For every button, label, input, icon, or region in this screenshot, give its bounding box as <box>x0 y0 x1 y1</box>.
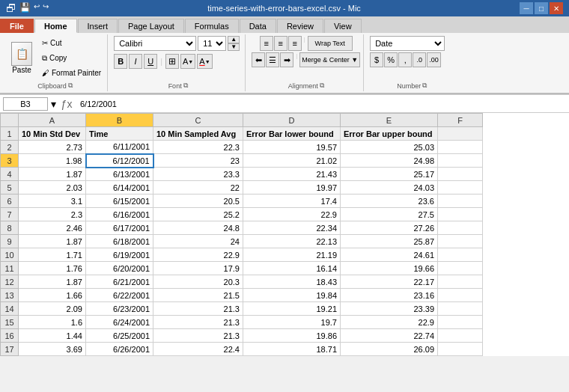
row-header-7[interactable]: 7 <box>1 208 19 221</box>
cell-f6[interactable] <box>438 195 483 208</box>
currency-button[interactable]: $ <box>370 52 383 67</box>
cell-a3[interactable]: 1.98 <box>19 154 86 168</box>
cell-d5[interactable]: 19.97 <box>243 181 341 195</box>
cell-d14[interactable]: 19.21 <box>243 302 341 316</box>
cell-e12[interactable]: 22.17 <box>341 275 438 289</box>
cell-d1[interactable]: Error Bar lower bound <box>243 127 341 141</box>
cell-c5[interactable]: 22 <box>153 181 243 195</box>
row-header-5[interactable]: 5 <box>1 181 19 195</box>
col-header-b[interactable]: B <box>86 114 153 127</box>
cell-a16[interactable]: 1.44 <box>19 329 86 343</box>
cell-b9[interactable]: 6/18/2001 <box>86 235 153 248</box>
cell-f9[interactable] <box>438 235 483 248</box>
cell-d3[interactable]: 21.02 <box>243 154 341 168</box>
cell-a8[interactable]: 2.46 <box>19 221 86 235</box>
col-header-d[interactable]: D <box>243 114 341 127</box>
cell-e11[interactable]: 19.66 <box>341 262 438 275</box>
bold-button[interactable]: B <box>114 54 127 69</box>
row-header-13[interactable]: 13 <box>1 289 19 302</box>
cell-c12[interactable]: 20.3 <box>153 275 243 289</box>
cell-d7[interactable]: 22.9 <box>243 208 341 221</box>
col-header-f[interactable]: F <box>438 114 483 127</box>
cell-f16[interactable] <box>438 329 483 343</box>
cell-b10[interactable]: 6/19/2001 <box>86 248 153 262</box>
cell-e1[interactable]: Error Bar upper bound <box>341 127 438 141</box>
cell-d13[interactable]: 19.84 <box>243 289 341 302</box>
cell-b12[interactable]: 6/21/2001 <box>86 275 153 289</box>
cell-b13[interactable]: 6/22/2001 <box>86 289 153 302</box>
close-button[interactable]: ✕ <box>550 2 563 14</box>
cell-d11[interactable]: 16.14 <box>243 262 341 275</box>
cell-b14[interactable]: 6/23/2001 <box>86 302 153 316</box>
cell-e2[interactable]: 25.03 <box>341 141 438 154</box>
cell-f17[interactable] <box>438 343 483 356</box>
cell-e10[interactable]: 24.61 <box>341 248 438 262</box>
tab-data[interactable]: Data <box>240 19 276 33</box>
row-header-6[interactable]: 6 <box>1 195 19 208</box>
alignment-expand-icon[interactable]: ⧉ <box>320 82 324 90</box>
cell-c10[interactable]: 22.9 <box>153 248 243 262</box>
cell-f5[interactable] <box>438 181 483 195</box>
underline-button[interactable]: U <box>144 54 157 69</box>
cell-c9[interactable]: 24 <box>153 235 243 248</box>
comma-button[interactable]: , <box>398 52 412 67</box>
cell-a1[interactable]: 10 Min Std Dev <box>19 127 86 141</box>
tab-insert[interactable]: Insert <box>78 19 118 33</box>
tab-page-layout[interactable]: Page Layout <box>118 19 184 33</box>
row-header-16[interactable]: 16 <box>1 329 19 343</box>
cell-f12[interactable] <box>438 275 483 289</box>
cell-a11[interactable]: 1.76 <box>19 262 86 275</box>
cell-c8[interactable]: 24.8 <box>153 221 243 235</box>
cell-b8[interactable]: 6/17/2001 <box>86 221 153 235</box>
row-header-4[interactable]: 4 <box>1 168 19 181</box>
cell-d2[interactable]: 19.57 <box>243 141 341 154</box>
align-center-button[interactable]: ☰ <box>266 52 279 67</box>
cell-b7[interactable]: 6/16/2001 <box>86 208 153 221</box>
cell-a10[interactable]: 1.71 <box>19 248 86 262</box>
cell-c14[interactable]: 21.3 <box>153 302 243 316</box>
border-button[interactable]: ⊞ <box>165 54 179 69</box>
tab-file[interactable]: File <box>0 19 34 33</box>
cell-f11[interactable] <box>438 262 483 275</box>
row-header-12[interactable]: 12 <box>1 275 19 289</box>
cell-f8[interactable] <box>438 221 483 235</box>
cell-b11[interactable]: 6/20/2001 <box>86 262 153 275</box>
wrap-text-button[interactable]: Wrap Text <box>308 36 353 51</box>
row-header-14[interactable]: 14 <box>1 302 19 316</box>
cell-c17[interactable]: 22.4 <box>153 343 243 356</box>
col-header-c[interactable]: C <box>153 114 243 127</box>
row-header-17[interactable]: 17 <box>1 343 19 356</box>
increase-font-button[interactable]: ▲ <box>228 36 240 43</box>
cell-f14[interactable] <box>438 302 483 316</box>
cell-e16[interactable]: 22.74 <box>341 329 438 343</box>
cell-a9[interactable]: 1.87 <box>19 235 86 248</box>
decrease-font-button[interactable]: ▼ <box>228 43 240 51</box>
number-expand-icon[interactable]: ⧉ <box>422 82 427 90</box>
row-header-8[interactable]: 8 <box>1 221 19 235</box>
cell-reference-input[interactable]: B3 <box>3 97 48 111</box>
cell-f13[interactable] <box>438 289 483 302</box>
format-painter-button[interactable]: 🖌 Format Painter <box>39 67 104 79</box>
cell-b6[interactable]: 6/15/2001 <box>86 195 153 208</box>
cell-d4[interactable]: 21.43 <box>243 168 341 181</box>
cell-f10[interactable] <box>438 248 483 262</box>
row-header-3[interactable]: 3 <box>1 154 19 168</box>
cell-e7[interactable]: 27.5 <box>341 208 438 221</box>
cell-e3[interactable]: 24.98 <box>341 154 438 168</box>
cell-d16[interactable]: 19.86 <box>243 329 341 343</box>
cell-c4[interactable]: 23.3 <box>153 168 243 181</box>
tab-home[interactable]: Home <box>34 19 77 33</box>
col-header-a[interactable]: A <box>19 114 86 127</box>
clipboard-expand-icon[interactable]: ⧉ <box>68 82 73 90</box>
cell-f15[interactable] <box>438 316 483 329</box>
cell-e15[interactable]: 22.9 <box>341 316 438 329</box>
cell-c16[interactable]: 21.3 <box>153 329 243 343</box>
cell-b17[interactable]: 6/26/2001 <box>86 343 153 356</box>
paste-button[interactable]: 📋 Paste <box>6 36 37 80</box>
cell-a13[interactable]: 1.66 <box>19 289 86 302</box>
row-header-11[interactable]: 11 <box>1 262 19 275</box>
cell-c1[interactable]: 10 Min Sampled Avg <box>153 127 243 141</box>
cell-b16[interactable]: 6/25/2001 <box>86 329 153 343</box>
cell-d12[interactable]: 18.43 <box>243 275 341 289</box>
align-top-center-button[interactable]: ≡ <box>274 36 287 51</box>
